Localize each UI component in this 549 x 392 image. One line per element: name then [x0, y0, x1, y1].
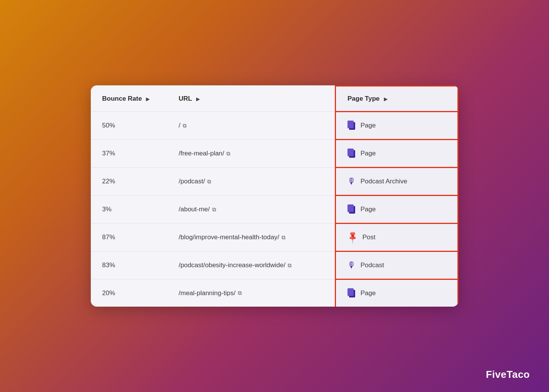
- external-link-icon: ⧉: [238, 290, 242, 296]
- cell-url: /blog/improve-mental-health-today/ ⧉: [167, 224, 335, 252]
- type-content: Page: [347, 288, 446, 298]
- cell-bounce-rate: 87%: [91, 224, 167, 252]
- page-icon: [347, 121, 356, 131]
- table-row: 83%/podcast/obesity-increase-worldwide/ …: [91, 252, 458, 279]
- table-row: 20%/meal-planning-tips/ ⧉ Page: [91, 279, 458, 307]
- sort-arrow-url: ▶: [196, 96, 200, 102]
- table-row: 22%/podcast/ ⧉ 🎙 Podcast Archive: [91, 168, 458, 196]
- type-label: Page: [361, 150, 376, 157]
- type-label: Podcast Archive: [361, 178, 407, 185]
- cell-page-type: Page: [336, 196, 458, 224]
- type-label: Page: [361, 206, 376, 213]
- type-content: Page: [347, 121, 446, 131]
- podcast-icon: 🎙: [347, 176, 356, 186]
- cell-page-type: 🎙 Podcast Archive: [336, 168, 458, 196]
- external-link-icon: ⧉: [212, 206, 216, 213]
- cell-bounce-rate: 50%: [91, 112, 167, 140]
- url-link[interactable]: / ⧉: [179, 122, 187, 129]
- type-content: Page: [347, 149, 446, 158]
- cell-url: /podcast/obesity-increase-worldwide/ ⧉: [167, 252, 335, 279]
- type-content: 📌 Post: [347, 232, 446, 242]
- type-label: Post: [362, 234, 375, 241]
- cell-page-type: Page: [336, 140, 458, 168]
- table-row: 3%/about-me/ ⧉ Page: [91, 196, 458, 224]
- cell-url: /meal-planning-tips/ ⧉: [167, 279, 335, 307]
- table-row: 37%/free-meal-plan/ ⧉ Page: [91, 140, 458, 168]
- type-content: 🎙 Podcast Archive: [347, 176, 446, 186]
- sort-arrow-bounce: ▶: [146, 96, 149, 102]
- table-row: 50%/ ⧉ Page: [91, 112, 458, 140]
- type-label: Page: [361, 289, 376, 297]
- cell-page-type: Page: [336, 112, 458, 140]
- url-link[interactable]: /meal-planning-tips/ ⧉: [179, 289, 241, 297]
- page-icon: [347, 149, 356, 158]
- cell-bounce-rate: 20%: [91, 279, 167, 307]
- podcast-icon: 🎙: [347, 260, 356, 270]
- cell-bounce-rate: 22%: [91, 168, 167, 196]
- cell-page-type: 🎙 Podcast: [336, 252, 458, 279]
- col-header-page-type[interactable]: Page Type ▶: [336, 86, 458, 112]
- url-link[interactable]: /podcast/obesity-increase-worldwide/ ⧉: [179, 261, 292, 269]
- cell-bounce-rate: 83%: [91, 252, 167, 279]
- type-content: 🎙 Podcast: [347, 260, 446, 270]
- url-link[interactable]: /podcast/ ⧉: [179, 178, 211, 185]
- cell-url: /free-meal-plan/ ⧉: [167, 140, 335, 168]
- cell-url: /podcast/ ⧉: [167, 168, 335, 196]
- post-icon: 📌: [346, 230, 360, 244]
- col-header-bounce-rate[interactable]: Bounce Rate ▶: [91, 86, 167, 112]
- external-link-icon: ⧉: [288, 262, 292, 269]
- page-icon: [347, 288, 356, 298]
- page-icon: [347, 204, 356, 214]
- main-card: Bounce Rate ▶ URL ▶ Page Type ▶ 50%/ ⧉ P…: [91, 85, 459, 307]
- external-link-icon: ⧉: [282, 234, 285, 241]
- external-link-icon: ⧉: [226, 150, 230, 157]
- cell-url: /about-me/ ⧉: [167, 196, 335, 224]
- cell-page-type: 📌 Post: [336, 224, 458, 252]
- sort-arrow-page-type: ▶: [384, 96, 387, 102]
- brand-logo: FiveTaco: [486, 369, 530, 381]
- type-label: Page: [361, 122, 376, 129]
- cell-bounce-rate: 37%: [91, 140, 167, 168]
- col-header-url[interactable]: URL ▶: [167, 86, 335, 112]
- cell-page-type: Page: [336, 279, 458, 307]
- type-label: Podcast: [361, 261, 384, 269]
- url-link[interactable]: /about-me/ ⧉: [179, 206, 216, 213]
- url-link[interactable]: /blog/improve-mental-health-today/ ⧉: [179, 234, 285, 241]
- cell-bounce-rate: 3%: [91, 196, 167, 224]
- cell-url: / ⧉: [167, 112, 335, 140]
- external-link-icon: ⧉: [207, 178, 211, 185]
- type-content: Page: [347, 204, 446, 214]
- data-table: Bounce Rate ▶ URL ▶ Page Type ▶ 50%/ ⧉ P…: [91, 85, 459, 307]
- external-link-icon: ⧉: [183, 122, 187, 129]
- table-row: 87%/blog/improve-mental-health-today/ ⧉ …: [91, 224, 458, 252]
- url-link[interactable]: /free-meal-plan/ ⧉: [179, 150, 230, 157]
